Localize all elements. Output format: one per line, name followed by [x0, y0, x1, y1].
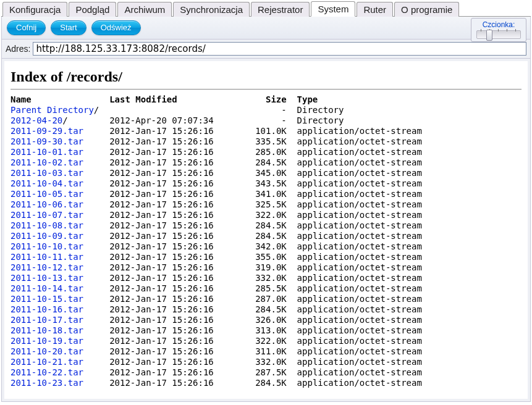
- listing-link[interactable]: 2011-09-30.tar: [11, 136, 83, 146]
- tab-konfiguracja[interactable]: Konfiguracja: [2, 2, 67, 17]
- listing-link[interactable]: 2011-10-14.tar: [11, 283, 83, 293]
- listing-link[interactable]: 2011-10-13.tar: [11, 273, 83, 283]
- tab-o-programie[interactable]: O programie: [394, 2, 459, 17]
- listing-link[interactable]: 2011-10-06.tar: [11, 199, 83, 209]
- listing-link[interactable]: 2011-10-20.tar: [11, 346, 83, 356]
- tab-rejestrator[interactable]: Rejestrator: [251, 2, 310, 17]
- listing-link[interactable]: 2011-10-09.tar: [11, 231, 83, 241]
- listing-link[interactable]: 2011-10-18.tar: [11, 325, 83, 335]
- listing-link[interactable]: 2011-10-15.tar: [11, 294, 83, 304]
- listing-link[interactable]: 2011-10-10.tar: [11, 241, 83, 251]
- listing-link[interactable]: 2011-10-04.tar: [11, 178, 83, 188]
- listing-link[interactable]: 2011-10-11.tar: [11, 252, 83, 262]
- tab-archiwum[interactable]: Archiwum: [117, 2, 172, 17]
- listing-link[interactable]: 2011-10-23.tar: [11, 378, 83, 388]
- listing-link[interactable]: 2011-10-08.tar: [11, 220, 83, 230]
- tab-synchronizacja[interactable]: Synchronizacja: [173, 2, 250, 17]
- listing-link[interactable]: 2011-10-03.tar: [11, 168, 83, 178]
- directory-listing: Name Last Modified Size Type Parent Dire…: [11, 94, 521, 388]
- listing-link[interactable]: Parent Directory: [11, 105, 94, 115]
- listing-link[interactable]: 2011-10-19.tar: [11, 336, 83, 346]
- slider-thumb[interactable]: [486, 30, 492, 41]
- listing-link[interactable]: 2011-10-17.tar: [11, 315, 83, 325]
- tab-system[interactable]: System: [311, 1, 355, 17]
- tab-ruter[interactable]: Ruter: [357, 2, 393, 17]
- viewer-wrap: Index of /records/ Name Last Modified Si…: [1, 59, 531, 402]
- listing-link[interactable]: 2011-09-29.tar: [11, 126, 83, 136]
- listing-link[interactable]: 2012-04-20: [11, 115, 62, 125]
- address-label: Adres:: [6, 44, 30, 54]
- address-input[interactable]: [33, 42, 526, 56]
- listing-link[interactable]: 2011-10-16.tar: [11, 304, 83, 314]
- start-button[interactable]: Start: [51, 20, 86, 35]
- font-size-group: Czcionka:: [471, 18, 526, 42]
- tab-podgląd[interactable]: Podgląd: [69, 2, 116, 17]
- listing-link[interactable]: 2011-10-21.tar: [11, 357, 83, 367]
- page-title: Index of /records/: [11, 69, 521, 85]
- viewer[interactable]: Index of /records/ Name Last Modified Si…: [4, 61, 528, 399]
- listing-link[interactable]: 2011-10-02.tar: [11, 157, 83, 167]
- tab-bar: KonfiguracjaPodglądArchiwumSynchronizacj…: [1, 1, 531, 17]
- listing-link[interactable]: 2011-10-01.tar: [11, 147, 83, 157]
- font-size-legend: Czcionka:: [481, 20, 517, 29]
- divider: [11, 89, 521, 90]
- listing-link[interactable]: 2011-10-22.tar: [11, 367, 83, 377]
- listing-link[interactable]: 2011-10-07.tar: [11, 210, 83, 220]
- refresh-button[interactable]: Odśwież: [91, 20, 141, 35]
- back-button[interactable]: Cofnij: [7, 20, 46, 35]
- listing-link[interactable]: 2011-10-05.tar: [11, 189, 83, 199]
- address-row: Adres:: [1, 40, 531, 59]
- font-size-slider[interactable]: [476, 30, 521, 39]
- listing-link[interactable]: 2011-10-12.tar: [11, 262, 83, 272]
- toolbar: Cofnij Start Odśwież Czcionka:: [1, 17, 531, 40]
